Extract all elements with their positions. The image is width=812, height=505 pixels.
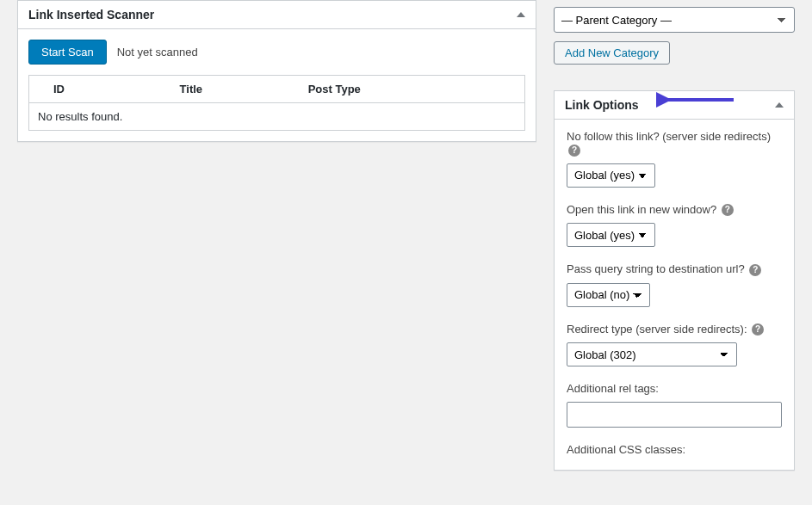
category-panel-partial: — Parent Category — Add New Category xyxy=(554,0,795,65)
add-new-category-button[interactable]: Add New Category xyxy=(554,41,670,65)
css-classes-label: Additional CSS classes: xyxy=(567,443,685,456)
start-scan-button[interactable]: Start Scan xyxy=(28,40,107,65)
link-inserted-scanner-panel: Link Inserted Scanner Start Scan Not yet… xyxy=(17,0,536,142)
pass-query-select[interactable]: Global (no) xyxy=(567,283,650,307)
redirect-type-select[interactable]: Global (302) xyxy=(567,342,737,366)
redirect-type-label: Redirect type (server side redirects): xyxy=(567,323,747,336)
nofollow-select[interactable]: Global (yes) xyxy=(567,163,655,188)
scanner-header: Link Inserted Scanner xyxy=(18,1,536,29)
column-title: Title xyxy=(171,76,300,103)
nofollow-label: No follow this link? (server side redire… xyxy=(567,130,771,143)
column-post-type: Post Type xyxy=(300,76,525,103)
annotation-arrow-icon xyxy=(656,89,742,110)
parent-category-select[interactable]: — Parent Category — xyxy=(554,7,795,33)
chevron-up-icon[interactable] xyxy=(775,102,784,108)
new-window-label: Open this link in new window? xyxy=(567,203,716,216)
link-options-header: Link Options xyxy=(555,91,794,120)
link-options-title: Link Options xyxy=(565,98,639,112)
empty-results: No results found. xyxy=(29,103,525,131)
pass-query-label: Pass query string to destination url? xyxy=(567,262,745,275)
help-icon[interactable]: ? xyxy=(722,204,734,216)
chevron-up-icon[interactable] xyxy=(517,12,525,17)
help-icon[interactable]: ? xyxy=(752,323,764,336)
column-id: ID xyxy=(29,76,171,103)
scan-status-text: Not yet scanned xyxy=(117,46,198,59)
rel-tags-label: Additional rel tags: xyxy=(567,382,659,395)
new-window-select[interactable]: Global (yes) xyxy=(567,223,655,247)
help-icon[interactable]: ? xyxy=(568,145,580,157)
scanner-title: Link Inserted Scanner xyxy=(28,8,154,22)
rel-tags-input[interactable] xyxy=(567,402,782,428)
scan-results-table: ID Title Post Type No results found. xyxy=(28,75,525,131)
help-icon[interactable]: ? xyxy=(749,264,761,276)
table-row: No results found. xyxy=(29,103,525,131)
link-options-panel: Link Options No follow this link? (serve… xyxy=(554,90,795,471)
